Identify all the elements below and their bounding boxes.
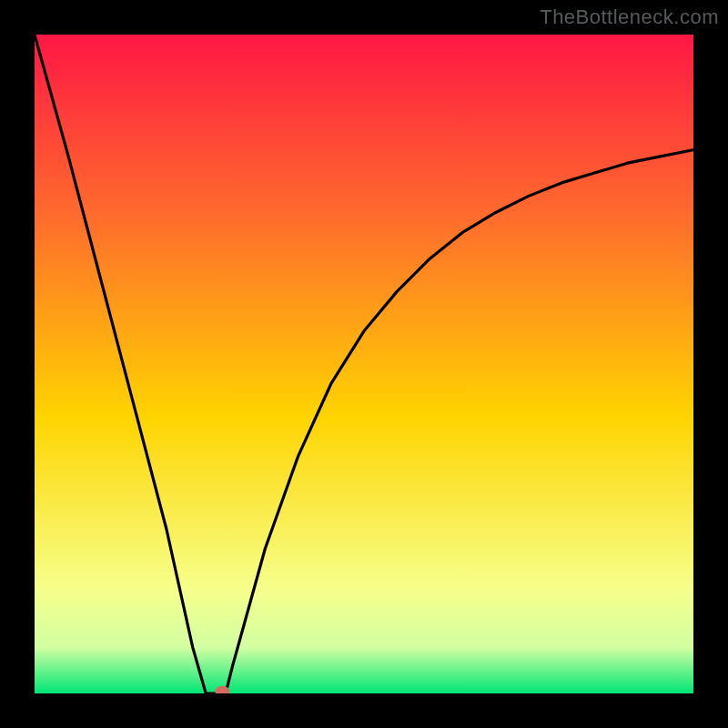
- watermark-label: TheBottleneck.com: [540, 5, 719, 29]
- chart-frame: TheBottleneck.com: [0, 0, 728, 728]
- gradient-background: [35, 35, 693, 693]
- chart-svg: [35, 35, 693, 693]
- plot-area: [35, 35, 693, 693]
